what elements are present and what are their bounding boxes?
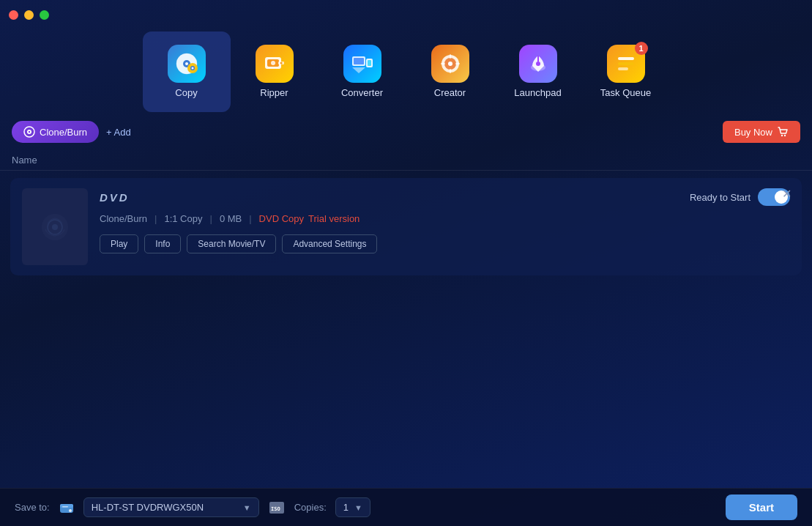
trial-label: Trial version [308,213,360,224]
svg-point-29 [784,135,786,136]
ripper-icon [256,45,294,83]
table-header: Name [0,150,812,171]
add-button[interactable]: + Add [106,127,131,138]
titlebar [0,0,812,29]
buy-now-button[interactable]: Buy Now [723,121,800,143]
media-info: DVD Ready to Start Clone/Burn | 1:1 Copy… [100,188,790,253]
copies-value: 1 [343,502,349,513]
copies-dropdown[interactable]: 1 ▼ [335,497,370,517]
svg-rect-23 [618,62,634,65]
converter-icon [343,45,381,83]
media-actions: Play Info Search Movie/TV Advanced Setti… [100,234,790,253]
dvd-copy-label: DVD Copy [259,213,304,224]
svg-point-27 [29,131,30,133]
search-movie-button[interactable]: Search Movie/TV [187,234,276,253]
save-to-label: Save to: [15,502,50,513]
svg-rect-16 [368,60,371,66]
toolbar-left: Clone/Burn + Add [12,121,131,143]
clone-burn-label: Clone/Burn [100,213,147,224]
maximize-button[interactable] [40,10,49,20]
svg-point-21 [536,62,540,66]
footer: Save to: HL-DT-ST DVDRWGX50N ▼ ISO Copie… [0,488,812,526]
taskqueue-badge: 1 [635,42,648,55]
name-column-header: Name [12,155,37,166]
close-media-button[interactable]: ✕ [782,188,791,200]
nav-label-ripper: Ripper [260,87,288,98]
advanced-settings-button[interactable]: Advanced Settings [282,234,377,253]
nav-item-launchpad[interactable]: Launchpad [494,32,582,112]
svg-point-35 [69,509,72,512]
drive-icon [59,500,75,516]
svg-point-9 [271,61,275,65]
nav-item-converter[interactable]: Converter [319,32,406,112]
nav-item-ripper[interactable]: Ripper [231,32,319,112]
copy-icon [168,45,206,83]
svg-rect-22 [618,57,634,60]
minimize-button[interactable] [24,10,34,20]
nav-label-copy: Copy [175,87,197,98]
svg-point-6 [191,67,193,70]
ready-status-text: Ready to Start [690,192,750,203]
iso-icon: ISO [268,499,286,516]
copies-chevron: ▼ [354,503,362,512]
media-thumbnail [22,188,88,265]
copies-label: Copies: [294,502,327,513]
dvd-logo: DVD [100,191,130,204]
nav-label-taskqueue: Task Queue [600,87,651,98]
drive-name: HL-DT-ST DVDRWGX50N [92,502,204,513]
play-button[interactable]: Play [100,234,138,253]
nav-label-creator: Creator [434,87,466,98]
size-label: 0 MB [220,213,242,224]
creator-icon [431,45,469,83]
dropdown-chevron: ▼ [243,503,251,512]
launchpad-icon [519,45,557,83]
media-status: Ready to Start [690,188,790,206]
close-button[interactable] [9,10,18,20]
start-button[interactable]: Start [726,494,797,520]
nav-label-converter: Converter [341,87,383,98]
nav-item-creator[interactable]: Creator [406,32,494,112]
svg-rect-36 [62,506,68,508]
copy-type-label: 1:1 Copy [164,213,202,224]
nav-label-launchpad: Launchpad [514,87,561,98]
svg-rect-24 [618,67,628,70]
save-to-dropdown[interactable]: HL-DT-ST DVDRWGX50N ▼ [83,497,259,517]
svg-point-19 [448,62,452,66]
media-row: DVD Ready to Start Clone/Burn | 1:1 Copy… [10,178,802,275]
svg-point-28 [781,135,783,136]
media-top: DVD Ready to Start [100,188,790,206]
toolbar: Clone/Burn + Add Buy Now [0,114,812,150]
content-area: DVD Ready to Start Clone/Burn | 1:1 Copy… [0,171,812,283]
navbar: Copy Ripper Converter [0,29,812,114]
svg-point-11 [280,62,282,64]
svg-text:ISO: ISO [271,506,280,512]
svg-rect-13 [354,58,364,64]
media-meta: Clone/Burn | 1:1 Copy | 0 MB | DVD Copy … [100,213,790,224]
clone-burn-button[interactable]: Clone/Burn [12,121,99,143]
nav-item-taskqueue[interactable]: 1 Task Queue [582,32,670,112]
svg-marker-14 [352,67,365,73]
nav-item-copy[interactable]: Copy [143,32,231,112]
svg-point-2 [185,62,188,65]
taskqueue-icon: 1 [607,45,645,83]
svg-point-32 [52,224,58,230]
info-button[interactable]: Info [144,234,181,253]
